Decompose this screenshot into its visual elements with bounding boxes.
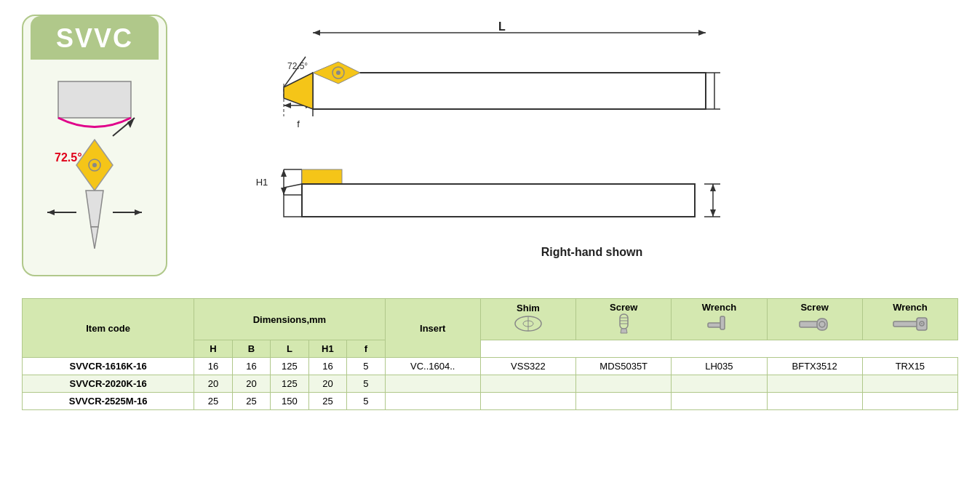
- cell-shim: [480, 375, 575, 393]
- svg-rect-61: [817, 319, 827, 330]
- cell-B: 25: [232, 393, 270, 410]
- cell-screw2: BFTX3512: [767, 358, 862, 375]
- svg-rect-0: [58, 81, 131, 118]
- wrench1-icon: [704, 313, 733, 335]
- svg-rect-41: [302, 169, 342, 184]
- svg-marker-15: [698, 30, 706, 36]
- svg-point-3: [92, 163, 97, 167]
- col-header-screw2: Screw: [767, 299, 862, 340]
- cell-f: 5: [347, 375, 385, 393]
- svg-marker-57: [621, 329, 627, 333]
- svg-text:f: f: [297, 119, 300, 129]
- svg-marker-9: [135, 209, 142, 215]
- svg-marker-14: [313, 30, 320, 36]
- svg-rect-59: [720, 316, 725, 329]
- cell-screw2: [767, 393, 862, 410]
- right-hand-label: Right-hand shown: [226, 246, 958, 259]
- card-title-bg: SVVC: [31, 16, 159, 60]
- cell-L: 125: [271, 358, 308, 375]
- svg-text:H1: H1: [256, 177, 268, 188]
- col-header-wrench1: Wrench: [672, 299, 767, 340]
- cell-f: 5: [347, 393, 385, 410]
- cell-L: 125: [271, 375, 308, 393]
- cell-item_code: SVVCR-1616K-16: [23, 358, 194, 375]
- card-title: SVVC: [56, 23, 133, 53]
- side-view-svg: H1 H: [226, 162, 720, 235]
- svg-text:72.5°: 72.5°: [287, 61, 308, 71]
- svg-point-27: [336, 71, 340, 75]
- left-diagram-svg: 72.5°: [36, 67, 153, 256]
- cell-screw1: [576, 393, 672, 410]
- cell-wrench1: LH035: [672, 358, 767, 375]
- svg-point-66: [921, 323, 923, 324]
- cell-item_code: SVVCR-2525M-16: [23, 393, 194, 410]
- svg-marker-38: [281, 169, 287, 177]
- shim-icon: [514, 313, 543, 334]
- col-header-insert: Insert: [385, 299, 480, 358]
- cell-item_code: SVVCR-2020K-16: [23, 375, 194, 393]
- cell-shim: [480, 393, 575, 410]
- cell-wrench2: [862, 375, 957, 393]
- cell-B: 20: [232, 375, 270, 393]
- svg-text:L: L: [498, 22, 506, 33]
- svg-marker-5: [91, 227, 98, 249]
- cell-B: 16: [232, 358, 270, 375]
- svg-marker-43: [284, 184, 302, 217]
- cell-insert: VC..1604..: [385, 358, 480, 375]
- svg-rect-42: [302, 184, 695, 217]
- screw1-icon: [611, 313, 637, 335]
- svg-text:72.5°: 72.5°: [55, 151, 82, 164]
- cell-L: 150: [271, 393, 308, 410]
- cell-shim: VSS322: [480, 358, 575, 375]
- left-card: SVVC: [22, 15, 167, 276]
- table-row: SVVCR-2525M-162525150255: [23, 393, 958, 410]
- svg-rect-63: [893, 321, 920, 327]
- col-header-H1: H1: [308, 340, 346, 358]
- cell-H: 25: [194, 393, 232, 410]
- cell-H: 20: [194, 375, 232, 393]
- diagram-bottom: H1 H: [226, 162, 958, 237]
- col-header-dimensions: Dimensions,mm: [194, 299, 385, 340]
- page-container: SVVC: [0, 0, 980, 496]
- col-header-screw1: Screw: [576, 299, 672, 340]
- right-diagram: L f: [196, 15, 958, 276]
- col-header-B: B: [232, 340, 270, 358]
- cell-screw1: [576, 375, 672, 393]
- col-header-L: L: [271, 340, 308, 358]
- diagram-top: L f: [226, 22, 958, 140]
- cell-H: 16: [194, 358, 232, 375]
- col-header-item-code: Item code: [23, 299, 194, 358]
- cell-wrench2: [862, 393, 957, 410]
- cell-wrench1: [672, 393, 767, 410]
- cell-insert: [385, 393, 480, 410]
- table-row: SVVCR-1616K-161616125165VC..1604..VSS322…: [23, 358, 958, 375]
- cell-screw2: [767, 375, 862, 393]
- cell-f: 5: [347, 358, 385, 375]
- svg-marker-4: [86, 191, 103, 227]
- top-section: SVVC: [22, 15, 958, 276]
- specs-table: Item code Dimensions,mm Insert Shim Scr: [22, 298, 958, 410]
- svg-marker-7: [47, 209, 55, 215]
- cell-wrench2: TRX15: [862, 358, 957, 375]
- svg-marker-47: [710, 184, 716, 191]
- col-header-H: H: [194, 340, 232, 358]
- svg-rect-53: [620, 314, 628, 329]
- svg-marker-20: [284, 103, 291, 108]
- cell-wrench1: [672, 375, 767, 393]
- svg-marker-24: [284, 73, 313, 109]
- wrench2-icon: [892, 313, 928, 335]
- table-section: Item code Dimensions,mm Insert Shim Scr: [22, 298, 958, 410]
- svg-rect-23: [313, 73, 706, 109]
- top-view-svg: L f: [226, 22, 720, 138]
- col-header-f: f: [347, 340, 385, 358]
- cell-screw1: MDS5035T: [576, 358, 672, 375]
- tool-diagram-left: 72.5°: [36, 67, 153, 256]
- cell-insert: [385, 375, 480, 393]
- col-header-shim: Shim: [480, 299, 575, 340]
- cell-H1: 25: [308, 393, 346, 410]
- col-header-wrench2: Wrench: [862, 299, 957, 340]
- cell-H1: 20: [308, 375, 346, 393]
- svg-marker-48: [710, 209, 716, 217]
- cell-H1: 16: [308, 358, 346, 375]
- table-row: SVVCR-2020K-162020125205: [23, 375, 958, 393]
